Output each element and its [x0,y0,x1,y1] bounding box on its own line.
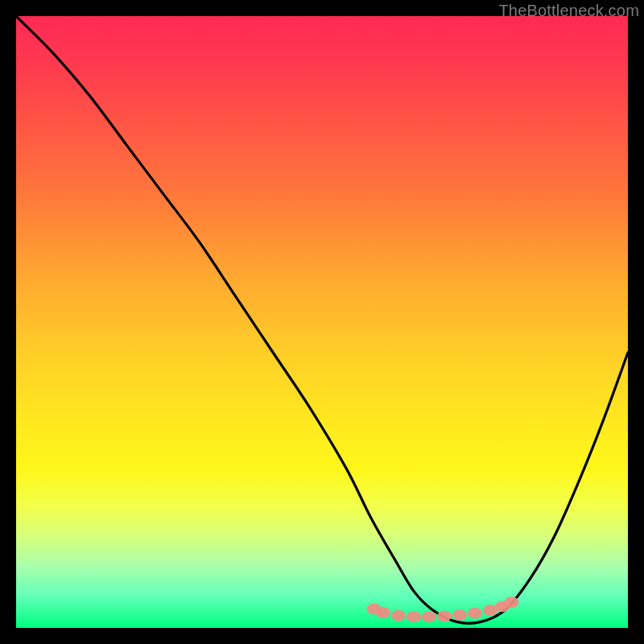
plot-area [16,16,628,628]
optimal-markers [367,597,519,622]
watermark-text: TheBottleneck.com [498,2,639,20]
optimal-marker [452,609,467,621]
optimal-marker [505,597,519,608]
optimal-marker [391,610,406,621]
optimal-marker [468,608,482,619]
optimal-marker [422,611,436,622]
bottleneck-curve [16,16,628,623]
chart-frame: TheBottleneck.com [0,0,644,644]
optimal-marker [437,611,452,622]
curve-layer [16,16,628,628]
optimal-marker [407,611,421,622]
optimal-marker [376,607,390,618]
